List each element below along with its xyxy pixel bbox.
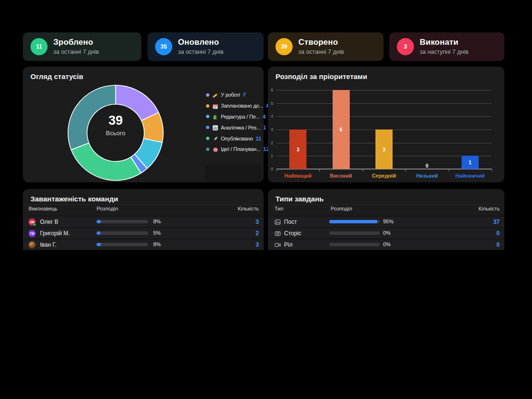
legend-item-2[interactable]: Редактура / Пе...4 (206, 111, 264, 122)
updated-subtitle: за останні 7 днів (178, 49, 224, 55)
y-tick-label: 6 (271, 88, 273, 92)
team-workload-title: Завантаженість команди (30, 195, 118, 203)
y-tick-label: 5 (271, 101, 273, 106)
y-tick-label: 4 (271, 114, 273, 119)
progress-fill (97, 243, 101, 246)
bar-value-label: 3 (375, 147, 393, 152)
gridline (276, 116, 492, 117)
x-axis-label: Найвищий (276, 173, 319, 179)
donut-slice-4[interactable] (71, 143, 141, 180)
type-progress-bar (329, 243, 380, 246)
legend-label: Заплановано до... (221, 103, 263, 109)
todo-title: Виконати (420, 38, 468, 46)
col-type: Тип (275, 206, 283, 211)
y-tick-label: 0 (271, 167, 273, 171)
done-count-badge: 11 (30, 38, 48, 55)
legend-color-dot (206, 126, 209, 129)
image-icon (275, 219, 281, 225)
updated-count-badge: 35 (155, 38, 172, 55)
online-status-dot (33, 223, 36, 226)
legend-label: У роботі (221, 92, 240, 98)
col-distribution: Розподіл (97, 206, 118, 211)
legend-item-1[interactable]: Заплановано до...4 (206, 100, 264, 111)
workload-percent: 8% (153, 241, 161, 247)
donut-slice-5[interactable] (68, 85, 116, 150)
task-count: 3 (256, 241, 259, 248)
axis-tick (449, 169, 449, 171)
team-row-0: ОВОлег В8%3 (23, 216, 264, 227)
divider (23, 204, 264, 205)
col-count: Кількість (478, 206, 500, 211)
gridline (276, 90, 492, 90)
task-count: 2 (256, 230, 259, 237)
workload-percent: 5% (153, 230, 161, 236)
legend-label: Редактура / Пе... (221, 114, 260, 120)
col-assignee: Виконавець (29, 206, 58, 211)
legend-item-0[interactable]: У роботі7 (206, 90, 264, 100)
legend-item-5[interactable]: Ідеї / Плануван...12 (206, 144, 264, 155)
x-axis-label: Найнижчий (449, 173, 492, 179)
axis-tick (492, 169, 492, 171)
calendar-emoji (212, 103, 218, 109)
stat-card-done[interactable]: 11 Зроблено за останні 7 днів (23, 32, 141, 61)
created-count-badge: 39 (276, 38, 293, 55)
stat-card-todo[interactable]: 3 Виконати за наступні 7 днів (389, 32, 504, 61)
task-types-card: Типи завдань Тип Розподіл Кількість Пост… (268, 189, 504, 248)
rocket-emoji (212, 135, 218, 141)
progress-fill (97, 231, 100, 235)
task-count: 3 (256, 219, 259, 225)
assignee-name: Іван Г. (40, 241, 57, 248)
stat-card-updated[interactable]: 35 Оновлено за останні 7 днів (148, 32, 264, 61)
type-percent: 0% (383, 230, 391, 236)
todo-subtitle: за наступні 7 днів (420, 49, 468, 55)
col-distribution: Розподіл (331, 206, 352, 211)
type-percent: 0% (383, 241, 391, 247)
task-type-row-0: Пост95%37 (268, 216, 504, 227)
status-overview-title: Огляд статусів (30, 72, 83, 80)
legend-item-3[interactable]: Аналітика / Рез...1 (206, 122, 264, 133)
brain-emoji (212, 146, 218, 152)
type-label: Сторіс (284, 230, 301, 237)
stat-card-created[interactable]: 39 Створено за останні 7 днів (268, 32, 384, 61)
legend-value: 1 (263, 125, 266, 130)
legend-label: Ідеї / Плануван... (221, 146, 260, 152)
status-legend: У роботі7Заплановано до...4Редактура / П… (206, 90, 264, 155)
col-count: Кількість (237, 206, 259, 211)
x-axis-label: Низький (405, 173, 448, 179)
task-type-row-1: Сторіс0%0 (268, 227, 504, 239)
legend-color-dot (206, 148, 209, 151)
done-subtitle: за останні 7 днів (53, 49, 99, 55)
axis-tick (405, 169, 406, 171)
legend-label: Опубліковано (221, 136, 253, 141)
legend-color-dot (206, 93, 209, 97)
divider (268, 204, 504, 205)
status-overview-card: Огляд статусів 39 Всього У роботі7Заплан… (23, 67, 264, 182)
bar-chart-emoji (212, 124, 218, 130)
legend-label: Аналітика / Рез... (221, 125, 260, 130)
progress-fill (329, 220, 377, 223)
task-type-row-2: Ріл0%0 (268, 239, 504, 250)
status-donut-chart (68, 85, 164, 181)
x-axis-label: Середній (363, 173, 405, 179)
bar-value-label: 6 (333, 127, 350, 132)
progress-fill (97, 220, 101, 223)
assignee-name: Олег В (40, 219, 59, 225)
bar-value-label: 1 (462, 160, 479, 165)
type-progress-bar (329, 220, 380, 223)
bar-value-label: 3 (289, 147, 306, 152)
priorities-title: Розподіл за пріоритетами (276, 72, 367, 80)
y-tick-label: 2 (271, 140, 273, 145)
team-row-2: Іван Г.8%3 (23, 239, 264, 250)
avatar-initials: ОВ (29, 219, 36, 226)
legend-value: 4 (263, 114, 266, 120)
puzzle-emoji (212, 113, 218, 120)
avatar-initials: ГМ (29, 230, 36, 237)
priorities-bar-chart: 65432103Найвищий6Високий3Середній0Низьки… (276, 90, 492, 169)
created-title: Створено (298, 38, 344, 46)
done-title: Зроблено (53, 38, 99, 46)
legend-item-4[interactable]: Опубліковано11 (206, 133, 264, 144)
task-types-table-header: Тип Розподіл Кількість (268, 206, 504, 216)
workload-percent: 8% (153, 219, 161, 224)
legend-value: 11 (256, 136, 262, 141)
team-row-1: ГМГригорій М.5%2 (23, 227, 264, 239)
